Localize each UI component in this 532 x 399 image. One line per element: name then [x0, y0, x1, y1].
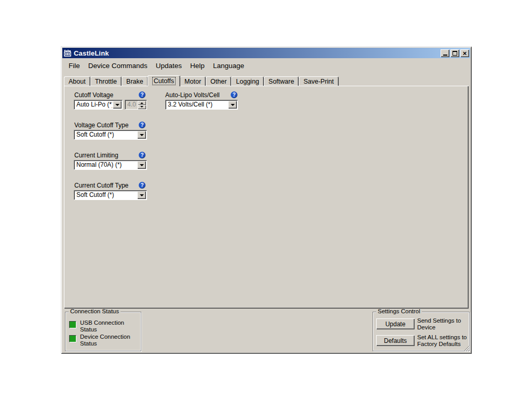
usb-connection-status-label: USB Connection Status	[80, 320, 138, 333]
current-limiting-dropdown[interactable]: Normal (70A) (*)	[74, 160, 147, 170]
tab-software[interactable]: Software	[264, 76, 299, 86]
settings-control-group-label: Settings Control	[376, 308, 422, 314]
device-connection-status-label: Device Connection Status	[80, 334, 138, 347]
connection-status-group-label: Connection Status	[69, 308, 121, 314]
current-cutoff-type-label: Current Cutoff Type	[74, 182, 128, 189]
maximize-icon	[453, 51, 457, 56]
tab-cutoffs[interactable]: Cutoffs	[148, 75, 180, 86]
defaults-description: Set ALL settings to Factory Defaults	[417, 334, 470, 348]
connection-status-group: Connection Status USB Connection Status …	[65, 312, 141, 351]
device-connection-status-led	[69, 335, 76, 342]
cutoff-voltage-spinner: 4.0	[125, 100, 147, 110]
minimize-button[interactable]	[441, 49, 449, 57]
minimize-icon	[443, 55, 447, 56]
menu-file[interactable]: File	[64, 60, 84, 71]
cutoff-voltage-dropdown[interactable]: Auto Li-Po (*)	[74, 100, 123, 110]
settings-control-group: Settings Control Update Send Settings to…	[373, 312, 470, 351]
tab-logging[interactable]: Logging	[231, 76, 264, 86]
window-title: CastleLink	[74, 49, 441, 57]
title-bar[interactable]: CastleLink ×	[62, 48, 470, 58]
tab-motor[interactable]: Motor	[180, 76, 206, 86]
chevron-down-icon[interactable]	[137, 131, 146, 139]
tab-strip: About Throttle Brake Cutoffs Motor Other…	[64, 75, 339, 86]
voltage-cutoff-type-help-icon[interactable]: ?	[139, 122, 145, 128]
spinner-value: 4.0	[125, 100, 137, 109]
current-limiting-label: Current Limiting	[74, 152, 118, 159]
tab-throttle[interactable]: Throttle	[90, 76, 122, 86]
defaults-button[interactable]: Defaults	[376, 335, 415, 346]
menu-device-commands[interactable]: Device Commands	[84, 60, 152, 71]
chevron-down-icon[interactable]	[113, 101, 122, 109]
update-description: Send Settings to Device	[417, 317, 470, 331]
menu-updates[interactable]: Updates	[152, 60, 186, 71]
menu-language[interactable]: Language	[209, 60, 248, 71]
tab-about[interactable]: About	[64, 76, 90, 86]
chevron-down-icon[interactable]	[137, 191, 146, 199]
auto-lipo-help-icon[interactable]: ?	[231, 91, 237, 98]
update-button[interactable]: Update	[376, 318, 415, 329]
voltage-cutoff-type-dropdown[interactable]: Soft Cutoff (*)	[74, 130, 147, 140]
close-icon: ×	[463, 50, 467, 57]
usb-connection-status-led	[69, 321, 76, 328]
spinner-down-icon[interactable]	[138, 105, 146, 109]
castlelink-window: CastleLink × File Device Commands Update…	[61, 46, 472, 354]
cutoff-voltage-help-icon[interactable]: ?	[139, 91, 145, 98]
current-cutoff-type-dropdown[interactable]: Soft Cutoff (*)	[74, 190, 147, 200]
tab-save-print[interactable]: Save-Print	[299, 76, 338, 86]
spinner-up-icon[interactable]	[138, 101, 146, 105]
menu-bar: File Device Commands Updates Help Langua…	[63, 59, 470, 72]
cutoff-voltage-label: Cutoff Voltage	[74, 91, 113, 99]
castlelink-app-icon	[63, 49, 72, 57]
resize-grip-icon[interactable]	[463, 345, 470, 352]
tab-other[interactable]: Other	[206, 76, 231, 86]
auto-lipo-label: Auto-Lipo Volts/Cell	[165, 91, 220, 99]
cutoffs-tab-page: Cutoff Voltage ? Auto Li-Po (*) 4.0 Auto…	[64, 86, 469, 309]
chevron-down-icon[interactable]	[137, 161, 146, 169]
chevron-down-icon[interactable]	[228, 101, 237, 109]
auto-lipo-dropdown[interactable]: 3.2 Volts/Cell (*)	[165, 100, 238, 110]
tab-brake[interactable]: Brake	[122, 76, 148, 86]
voltage-cutoff-type-label: Voltage Cutoff Type	[74, 122, 128, 129]
close-button[interactable]: ×	[460, 49, 469, 57]
menu-help[interactable]: Help	[186, 60, 209, 71]
current-cutoff-type-help-icon[interactable]: ?	[139, 182, 145, 189]
current-limiting-help-icon[interactable]: ?	[139, 152, 145, 158]
maximize-button[interactable]	[450, 49, 459, 57]
